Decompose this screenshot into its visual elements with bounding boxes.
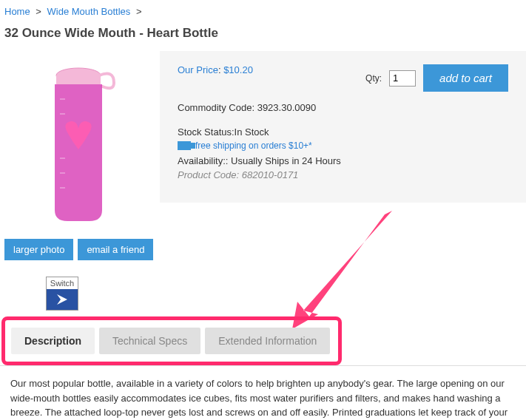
tab-technical-specs[interactable]: Technical Specs [99,328,200,354]
breadcrumb-category[interactable]: Wide Mouth Bottles [47,6,131,17]
tab-extended-info[interactable]: Extended Information [205,328,330,354]
product-image [4,58,152,228]
price-line: Our Price: $10.20 [178,64,253,75]
switch-badge[interactable]: Switch [46,277,78,311]
tabs-highlight: Description Technical Specs Extended Inf… [1,316,342,365]
info-panel: Our Price: $10.20 Qty: add to cart Commo… [160,51,526,203]
breadcrumb-home[interactable]: Home [4,6,30,17]
email-friend-button[interactable]: email a friend [78,239,153,260]
switch-icon [47,289,78,310]
add-to-cart-button[interactable]: add to cart [423,64,508,92]
annotation-arrow-icon [281,207,399,333]
qty-input[interactable] [389,70,416,87]
switch-label: Switch [47,277,78,289]
commodity-code: Commodity Code: 3923.30.0090 [178,102,508,113]
larger-photo-button[interactable]: larger photo [4,239,73,260]
truck-icon [178,141,191,150]
page-title: 32 Ounce Wide Mouth - Heart Bottle [0,23,526,51]
breadcrumb: Home > Wide Mouth Bottles > [0,0,526,23]
breadcrumb-sep: > [136,6,142,17]
product-code: Product Code: 682010-0171 [178,169,508,180]
qty-label: Qty: [365,73,382,84]
stock-status: Stock Status:In Stock [178,126,508,138]
tab-description[interactable]: Description [11,328,95,354]
svg-rect-1 [56,75,101,84]
description-content: Our most popular bottle, available in a … [0,365,526,420]
shipping-line: free shipping on orders $10+* [178,140,508,151]
breadcrumb-sep: > [36,6,41,17]
availability: Availability:: Usually Ships in 24 Hours [178,155,508,166]
tabs: Description Technical Specs Extended Inf… [11,328,332,354]
